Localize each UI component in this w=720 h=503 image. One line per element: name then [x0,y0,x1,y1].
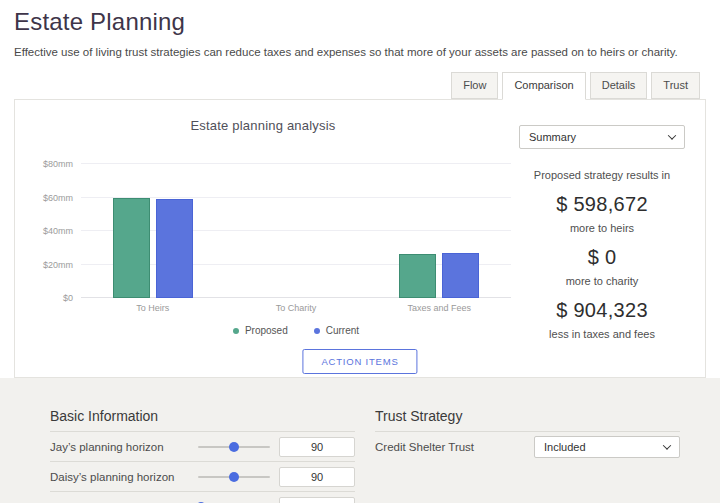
y-axis-tick: $80mm [17,159,73,169]
y-axis-tick: $0 [17,293,73,303]
value-text: 90 [280,471,354,483]
summary-select-value: Summary [529,131,576,143]
credit-shelter-trust-select[interactable]: Included [534,436,680,458]
summary-heading: Proposed strategy results in [519,169,685,181]
row-label: Jay’s planning horizon [50,441,164,453]
value-input[interactable]: 90 [279,437,355,457]
x-axis-label: To Heirs [81,303,224,313]
page-header: Estate Planning Effective use of living … [0,0,720,58]
basic-info-row: Jay’s planning horizon90 [50,431,355,461]
page-subtitle: Effective use of living trust strategies… [14,46,706,58]
action-items-button[interactable]: ACTION ITEMS [302,349,417,374]
tab-flow[interactable]: Flow [451,72,498,99]
bar-group [81,198,224,298]
stat-label: more to charity [519,275,685,287]
slider-thumb[interactable] [229,442,239,452]
chart-legend: ProposedCurrent [81,325,511,336]
row-controls: 90 [198,467,355,487]
stat-label: more to heirs [519,222,685,234]
chart-title: Estate planning analysis [15,118,511,133]
comparison-panel: Estate planning analysis $0$20mm$40mm$60… [14,99,706,378]
page-title: Estate Planning [14,8,706,36]
trust-strategy-column: Trust Strategy Credit Shelter TrustInclu… [375,408,680,503]
basic-info-row: Funeral expense$20,000 [50,491,355,503]
summary-stat: $ 598,672more to heirs [519,193,685,234]
legend-label: Current [326,325,359,336]
row-label: Daisy’s planning horizon [50,471,174,483]
basic-information-heading: Basic Information [50,408,355,424]
tab-details[interactable]: Details [590,72,648,99]
select-value: Included [544,441,586,453]
row-controls: $20,000 [198,497,355,503]
chart-plot: $0$20mm$40mm$60mm$80mm [81,157,511,298]
summary-stat: $ 904,323less in taxes and fees [519,299,685,340]
y-axis-tick: $40mm [17,226,73,236]
chevron-down-icon [668,131,676,139]
summary-stats: $ 598,672more to heirs$ 0more to charity… [519,193,685,340]
x-axis-label: To Charity [224,303,367,313]
bar-proposed[interactable] [113,198,150,298]
legend-dot-icon [314,328,320,334]
value-input[interactable]: $20,000 [279,497,355,503]
chevron-down-icon [663,441,671,449]
bar-current[interactable] [442,253,479,298]
legend-item-proposed: Proposed [233,325,288,336]
summary-select[interactable]: Summary [519,125,685,149]
y-axis-tick: $20mm [17,260,73,270]
bar-groups [81,157,511,298]
bar-proposed[interactable] [399,254,436,298]
tab-bar: FlowComparisonDetailsTrust [0,72,720,99]
stat-amount: $ 598,672 [519,193,685,216]
value-text: 90 [280,441,354,453]
settings-section: Basic Information Jay’s planning horizon… [0,378,720,503]
slider-thumb[interactable] [229,472,239,482]
stat-label: less in taxes and fees [519,328,685,340]
summary-stat: $ 0more to charity [519,246,685,287]
basic-information-column: Basic Information Jay’s planning horizon… [50,408,355,503]
tab-comparison[interactable]: Comparison [502,72,585,100]
legend-item-current: Current [314,325,359,336]
row-label: Credit Shelter Trust [375,441,474,453]
tab-trust[interactable]: Trust [651,72,700,99]
stat-amount: $ 904,323 [519,299,685,322]
trust-strategy-row: Credit Shelter TrustIncluded [375,431,680,461]
legend-dot-icon [233,328,239,334]
basic-info-row: Daisy’s planning horizon90 [50,461,355,491]
x-axis-label: Taxes and Fees [368,303,511,313]
stat-amount: $ 0 [519,246,685,269]
bar-current[interactable] [156,199,193,298]
legend-label: Proposed [245,325,288,336]
row-controls: 90 [198,437,355,457]
slider[interactable] [198,472,270,482]
summary-column: Summary Proposed strategy results in $ 5… [513,100,705,377]
trust-strategy-heading: Trust Strategy [375,408,680,424]
slider[interactable] [198,442,270,452]
chart-x-labels: To HeirsTo CharityTaxes and Fees [81,303,511,313]
bar-group [368,253,511,298]
chart-area: Estate planning analysis $0$20mm$40mm$60… [15,100,513,377]
y-axis-tick: $60mm [17,193,73,203]
value-input[interactable]: 90 [279,467,355,487]
